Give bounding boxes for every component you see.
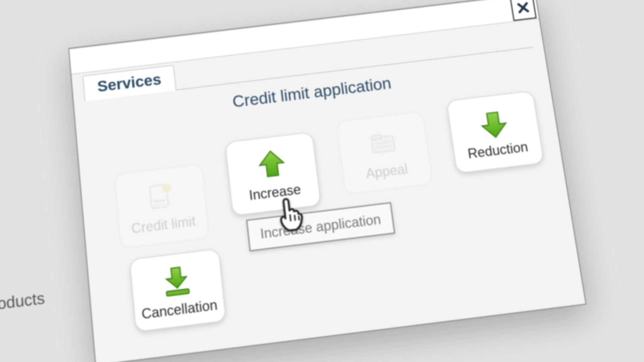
hand-cursor-icon bbox=[273, 194, 309, 235]
document-icon bbox=[142, 178, 180, 217]
tile-cancellation[interactable]: Cancellation bbox=[129, 248, 226, 332]
folder-icon bbox=[364, 125, 403, 164]
tile-appeal: Appeal bbox=[336, 111, 433, 195]
tile-label: Reduction bbox=[467, 140, 529, 161]
svg-line-10 bbox=[294, 215, 295, 221]
svg-line-9 bbox=[290, 215, 291, 222]
tile-label: Appeal bbox=[365, 162, 409, 181]
arrow-up-icon bbox=[252, 146, 291, 185]
services-modal: Services Credit limit application bbox=[68, 0, 586, 362]
tile-label: Credit limit bbox=[131, 214, 196, 236]
tile-reduction[interactable]: Reduction bbox=[446, 90, 544, 174]
sidebar-fragment-label: oducts bbox=[0, 289, 45, 313]
arrow-down-icon bbox=[474, 105, 514, 143]
close-button[interactable] bbox=[510, 0, 537, 21]
modal-body: Services Credit limit application bbox=[71, 19, 586, 362]
svg-rect-8 bbox=[166, 289, 189, 296]
svg-line-11 bbox=[299, 216, 299, 220]
download-icon bbox=[157, 261, 196, 302]
close-icon bbox=[516, 1, 531, 16]
tile-credit-limit: Credit limit bbox=[114, 164, 210, 249]
svg-rect-5 bbox=[371, 135, 381, 140]
tiles-area: Credit limit bbox=[88, 82, 570, 340]
tile-label: Cancellation bbox=[141, 298, 218, 321]
